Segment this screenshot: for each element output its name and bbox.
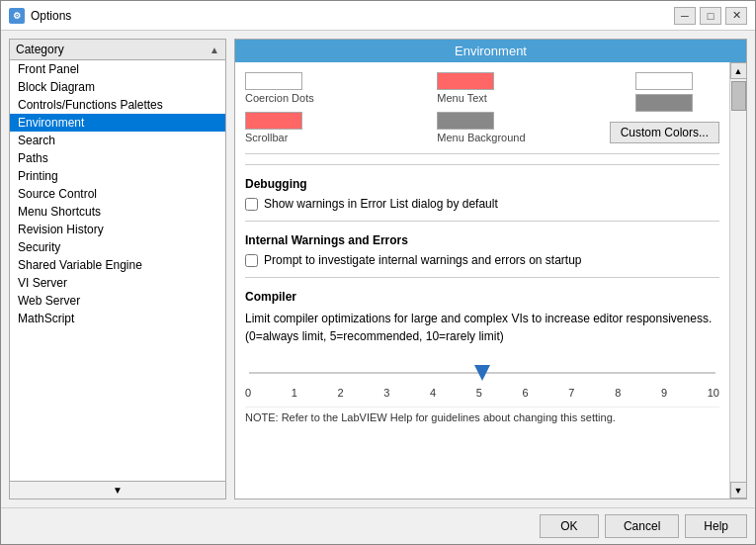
right-inner: Coercion Dots Menu Text Scrollbar (235, 62, 746, 499)
category-item-vi-server[interactable]: VI Server (10, 274, 225, 292)
category-item-front-panel[interactable]: Front Panel (10, 60, 225, 78)
scrollbar-label: Scrollbar (245, 132, 288, 143)
slider-label-2: 2 (338, 387, 344, 399)
main-content: Category ▲ Front Panel Block Diagram Con… (1, 31, 755, 507)
scrollbar-item: Scrollbar (245, 112, 407, 143)
close-button[interactable]: ✕ (725, 7, 747, 25)
right-panel: Environment Coercion Dots (234, 39, 747, 500)
debugging-divider (245, 164, 719, 165)
slider-label-9: 9 (661, 387, 667, 399)
menu-text-item: Menu Text (437, 72, 599, 104)
debugging-checkbox-row: Show warnings in Error List dialog by de… (245, 197, 719, 211)
slider-label-5: 5 (476, 387, 482, 399)
right-scrollbar: ▲ ▼ (729, 62, 746, 499)
menu-text-box[interactable] (437, 72, 494, 90)
bottom-bar: OK Cancel Help (1, 507, 755, 544)
titlebar: ⚙ Options ─ □ ✕ (1, 1, 755, 31)
slider-label-6: 6 (523, 387, 529, 399)
category-item-printing[interactable]: Printing (10, 167, 225, 185)
scroll-down-button[interactable]: ▼ (730, 482, 747, 499)
slider-label-4: 4 (430, 387, 436, 399)
window-icon: ⚙ (9, 8, 25, 24)
category-item-environment[interactable]: Environment (10, 114, 225, 132)
scroll-up-button[interactable]: ▲ (730, 62, 747, 79)
debugging-checkbox-label: Show warnings in Error List dialog by de… (264, 197, 498, 211)
compiler-description: Limit compiler optimizations for large a… (245, 310, 719, 345)
slider-label-3: 3 (383, 387, 389, 399)
slider-label-8: 8 (615, 387, 621, 399)
help-button[interactable]: Help (685, 514, 747, 538)
list-scroll-down[interactable]: ▼ (10, 481, 225, 499)
category-item-revision-history[interactable]: Revision History (10, 221, 225, 238)
category-header: Category ▲ (10, 40, 225, 60)
compiler-divider (245, 277, 719, 278)
right-content: Coercion Dots Menu Text Scrollbar (235, 62, 729, 499)
category-item-block-diagram[interactable]: Block Diagram (10, 78, 225, 96)
debugging-checkbox[interactable] (245, 198, 258, 211)
slider-label-0: 0 (245, 387, 251, 399)
window-title: Options (31, 9, 674, 23)
category-item-source-control[interactable]: Source Control (10, 185, 225, 203)
slider-thumb[interactable] (474, 365, 490, 381)
compiler-slider-container: 0 1 2 3 4 5 6 7 8 9 10 (245, 361, 719, 399)
menu-background-item: Menu Background (437, 112, 599, 143)
internal-warnings-checkbox-row: Prompt to investigate internal warnings … (245, 253, 719, 267)
category-list: Front Panel Block Diagram Controls/Funct… (10, 60, 225, 481)
scrollbar-box[interactable] (245, 112, 302, 130)
panel-title: Environment (235, 40, 746, 62)
titlebar-controls: ─ □ ✕ (674, 7, 747, 25)
slider-label-7: 7 (568, 387, 574, 399)
slider-track[interactable] (249, 361, 715, 385)
coercion-dots-box[interactable] (245, 72, 302, 90)
internal-warnings-header: Internal Warnings and Errors (245, 233, 719, 247)
slider-label-10: 10 (708, 387, 719, 399)
coercion-dots-item: Coercion Dots (245, 72, 407, 104)
slider-labels: 0 1 2 3 4 5 6 7 8 9 10 (245, 387, 719, 399)
category-item-shared-variable[interactable]: Shared Variable Engine (10, 256, 225, 274)
extra-color-box-2[interactable] (635, 94, 693, 112)
internal-warnings-checkbox-label: Prompt to investigate internal warnings … (264, 253, 582, 267)
category-item-web-server[interactable]: Web Server (10, 292, 225, 310)
debugging-header: Debugging (245, 177, 719, 191)
scroll-up-icon[interactable]: ▲ (210, 45, 219, 55)
minimize-button[interactable]: ─ (674, 7, 696, 25)
slider-label-1: 1 (292, 387, 297, 399)
custom-colors-button[interactable]: Custom Colors... (610, 122, 719, 143)
coercion-dots-label: Coercion Dots (245, 92, 314, 104)
menu-text-label: Menu Text (437, 92, 487, 104)
cancel-button[interactable]: Cancel (605, 514, 679, 538)
compiler-header: Compiler (245, 290, 719, 304)
category-item-search[interactable]: Search (10, 132, 225, 149)
category-item-paths[interactable]: Paths (10, 149, 225, 167)
category-item-security[interactable]: Security (10, 238, 225, 256)
category-item-mathscript[interactable]: MathScript (10, 310, 225, 327)
ok-button[interactable]: OK (540, 514, 599, 538)
internal-warnings-divider (245, 221, 719, 222)
menu-background-label: Menu Background (437, 132, 525, 143)
internal-warnings-checkbox[interactable] (245, 254, 258, 267)
menu-background-box[interactable] (437, 112, 494, 130)
options-window: ⚙ Options ─ □ ✕ Category ▲ Front Panel B… (0, 0, 756, 545)
compiler-note: NOTE: Refer to the LabVIEW Help for guid… (245, 407, 719, 423)
category-panel: Category ▲ Front Panel Block Diagram Con… (9, 39, 226, 500)
scroll-thumb[interactable] (731, 81, 746, 111)
category-item-controls-palettes[interactable]: Controls/Functions Palettes (10, 96, 225, 114)
category-item-menu-shortcuts[interactable]: Menu Shortcuts (10, 203, 225, 221)
category-label: Category (16, 43, 64, 56)
maximize-button[interactable]: □ (700, 7, 721, 25)
extra-color-box-1[interactable] (635, 72, 693, 90)
